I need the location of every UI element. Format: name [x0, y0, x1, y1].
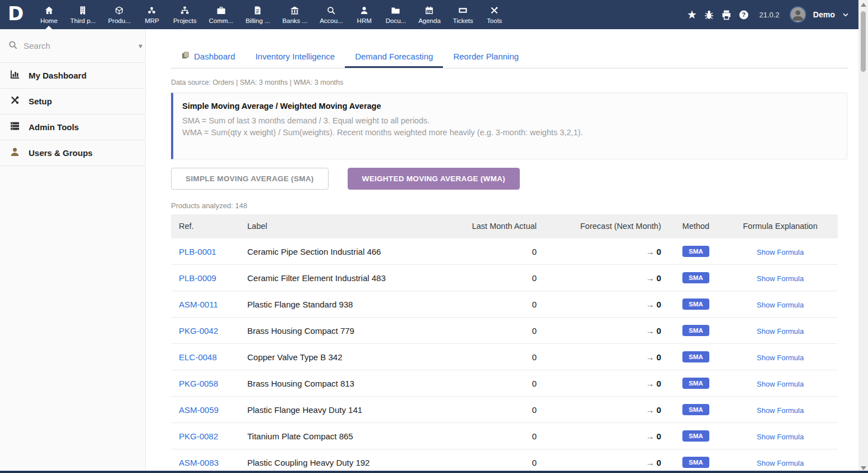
nav-item-commerce[interactable]: Comm... — [202, 0, 239, 29]
nav-item-banks[interactable]: Banks ... — [276, 0, 313, 29]
nav-item-third-parties[interactable]: Third p... — [64, 0, 101, 29]
arrow-icon: → — [646, 379, 654, 388]
nav-item-label: Tickets — [453, 17, 473, 24]
tab-dashboard[interactable]: Dashboard — [171, 51, 245, 68]
show-formula-link[interactable]: Show Formula — [757, 433, 804, 441]
setup-tools-icon — [10, 95, 20, 108]
sidebar-item-label: Setup — [29, 97, 52, 106]
table-row: ELC-0048 Copper Valve Type B 342 0 →0 SM… — [171, 344, 838, 370]
scroll-up-arrow-icon[interactable] — [861, 3, 866, 7]
nav-item-label: Comm... — [209, 17, 233, 24]
tab-inventory-intelligence[interactable]: Inventory Intelligence — [245, 52, 345, 68]
sidebar-item-users-groups[interactable]: Users & Groups — [0, 140, 145, 166]
last-month-actual-cell: 0 — [438, 449, 544, 473]
tab-demand-forecasting[interactable]: Demand Forecasting — [345, 52, 443, 68]
search-input[interactable] — [24, 41, 135, 50]
products-cube-icon — [114, 6, 124, 15]
app-logo[interactable]: D — [0, 2, 34, 27]
show-formula-link[interactable]: Show Formula — [757, 406, 804, 415]
scrollbar-thumb[interactable] — [861, 11, 866, 72]
sidebar-item-my-dashboard[interactable]: My Dashboard — [0, 63, 145, 89]
product-ref-link[interactable]: ASM-0011 — [179, 300, 218, 309]
tab-reorder-planning[interactable]: Reorder Planning — [443, 52, 529, 68]
sidebar-item-admin-tools[interactable]: Admin Tools — [0, 114, 145, 140]
table-header-row: Ref. Label Last Month Actual Forecast (N… — [171, 214, 838, 238]
last-month-actual-cell: 0 — [438, 344, 544, 370]
col-header-method: Method — [669, 214, 723, 238]
product-ref-link[interactable]: PKG-0042 — [179, 326, 218, 336]
method-cell: SMA — [669, 370, 723, 397]
formula-cell: Show Formula — [723, 370, 838, 397]
mrp-nodes-icon — [147, 6, 156, 15]
product-ref-link[interactable]: PKG-0058 — [179, 379, 218, 388]
nav-item-tickets[interactable]: Tickets — [447, 0, 479, 29]
product-ref-link[interactable]: PLB-0009 — [179, 273, 216, 283]
nav-item-label: Docu... — [386, 17, 406, 24]
arrow-icon: → — [646, 458, 654, 467]
label-cell: Plastic Flange Standard 938 — [247, 291, 438, 318]
vertical-scrollbar[interactable] — [858, 0, 868, 473]
nav-item-billing[interactable]: Billing ... — [239, 0, 276, 29]
product-ref-link[interactable]: ASM-0059 — [179, 405, 219, 415]
label-cell: Brass Housing Compact 779 — [247, 318, 438, 344]
search-type-caret-icon[interactable]: ▼ — [135, 40, 146, 52]
bottom-edge-strip — [0, 471, 868, 473]
accountancy-magnifier-icon — [326, 6, 336, 15]
nav-item-projects[interactable]: Projects — [167, 0, 203, 29]
last-month-actual-cell: 0 — [438, 291, 544, 318]
show-formula-link[interactable]: Show Formula — [757, 327, 804, 336]
scroll-down-arrow-icon[interactable] — [861, 466, 866, 470]
sma-button[interactable]: SIMPLE MOVING AVERAGE (SMA) — [171, 168, 329, 190]
ref-cell: ASM-0011 — [171, 291, 247, 318]
nav-item-accountancy[interactable]: Accou... — [313, 0, 349, 29]
wma-button[interactable]: WEIGHTED MOVING AVERAGE (WMA) — [348, 168, 520, 190]
sidebar-item-label: My Dashboard — [29, 71, 86, 80]
show-formula-link[interactable]: Show Formula — [757, 380, 804, 388]
nav-item-hrm[interactable]: HRM — [349, 0, 380, 29]
method-cell: SMA — [669, 449, 723, 473]
label-cell: Brass Housing Compact 813 — [247, 370, 438, 397]
show-formula-link[interactable]: Show Formula — [757, 459, 804, 467]
nav-item-mrp[interactable]: MRP — [137, 0, 167, 29]
nav-item-label: MRP — [145, 17, 159, 24]
arrow-icon: → — [646, 352, 654, 362]
show-formula-link[interactable]: Show Formula — [757, 274, 804, 283]
table-row: PKG-0042 Brass Housing Compact 779 0 →0 … — [171, 318, 838, 344]
sidebar-item-label: Admin Tools — [29, 122, 79, 132]
show-formula-link[interactable]: Show Formula — [757, 248, 804, 256]
sidebar-item-setup[interactable]: Setup — [0, 89, 145, 114]
nav-item-products[interactable]: Produ... — [102, 0, 137, 29]
nav-item-tools[interactable]: Tools — [479, 0, 510, 29]
arrow-icon: → — [646, 326, 654, 336]
nav-item-documents[interactable]: Docu... — [380, 0, 412, 29]
arrow-icon: → — [646, 405, 654, 415]
search-icon — [8, 40, 18, 52]
bug-icon[interactable] — [704, 10, 714, 20]
user-menu[interactable]: Demo — [813, 10, 835, 19]
product-ref-link[interactable]: PLB-0001 — [179, 247, 216, 256]
help-icon[interactable]: ? — [738, 10, 749, 20]
show-formula-link[interactable]: Show Formula — [757, 301, 804, 309]
products-analyzed-count: Products analyzed: 148 — [171, 201, 848, 210]
dashboard-chart-icon — [10, 69, 20, 82]
chevron-down-icon[interactable] — [842, 11, 849, 19]
last-month-actual-cell: 0 — [438, 370, 544, 397]
forecast-cell: →0 — [544, 449, 669, 473]
avatar[interactable] — [789, 6, 806, 23]
tab-label: Reorder Planning — [453, 52, 519, 61]
table-body: PLB-0001 Ceramic Pipe Section Industrial… — [171, 238, 838, 473]
nav-item-label: Produ... — [108, 17, 131, 24]
product-ref-link[interactable]: ASM-0083 — [179, 458, 219, 467]
product-ref-link[interactable]: PKG-0082 — [179, 431, 218, 441]
ref-cell: PKG-0042 — [171, 318, 247, 344]
label-cell: Titanium Plate Compact 865 — [247, 423, 438, 449]
label-cell: Ceramic Filter Element Industrial 483 — [247, 265, 438, 291]
printer-icon[interactable] — [721, 10, 732, 20]
show-formula-link[interactable]: Show Formula — [757, 353, 804, 362]
nav-item-agenda[interactable]: Agenda — [412, 0, 447, 29]
bookmark-star-icon[interactable]: ★ — [687, 8, 697, 21]
tab-label: Dashboard — [194, 52, 235, 61]
nav-item-home[interactable]: Home — [34, 0, 64, 29]
product-ref-link[interactable]: ELC-0048 — [179, 352, 217, 362]
formula-cell: Show Formula — [723, 397, 838, 423]
